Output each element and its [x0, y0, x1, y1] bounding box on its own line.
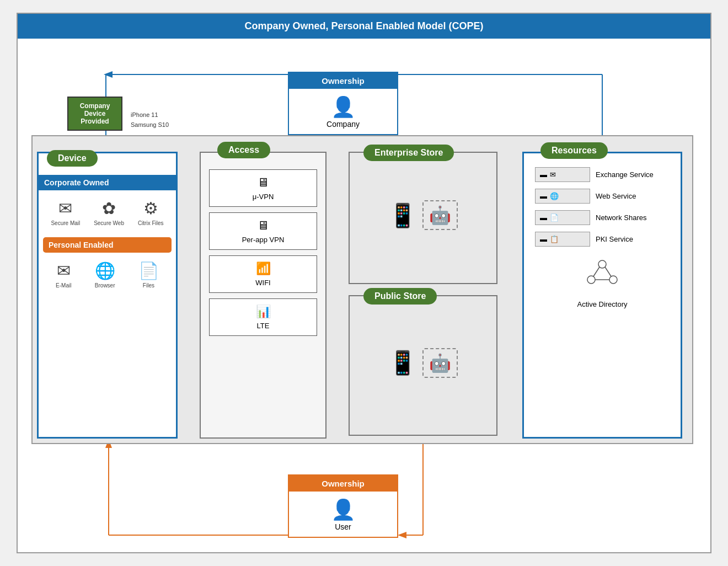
- resources-badge: Resources: [540, 142, 608, 159]
- wifi-icon: 📶: [256, 261, 271, 276]
- enterprise-store-box: Enterprise Store 📱 🤖: [349, 152, 497, 284]
- device-provided-box: Company Device Provided: [67, 97, 122, 131]
- android-icon: 🤖: [422, 200, 458, 230]
- device-examples: iPhone 11 Samsung S10: [131, 110, 169, 130]
- company-person-icon: 👤: [295, 97, 392, 117]
- ownership-user-header: Ownership: [289, 476, 397, 492]
- secure-mail-icon: ✉ Secure Mail: [51, 199, 80, 226]
- public-store-box: Public Store 📱 🤖: [349, 295, 497, 436]
- vpn-item: 🖥 μ-VPN: [209, 169, 317, 207]
- pki-label: PKI Service: [596, 235, 633, 243]
- device-example-1: iPhone 11: [131, 110, 169, 120]
- access-badge: Access: [217, 142, 270, 158]
- resource-items: ▬ ✉ Exchange Service ▬ 🌐 Web Service ▬: [524, 159, 681, 317]
- title-bar: Company Owned, Personal Enabled Model (C…: [18, 14, 710, 39]
- email-icon: ✉ E-Mail: [56, 261, 71, 289]
- network-shares-item: ▬ 📄 Network Shares: [535, 210, 670, 225]
- access-box: Access 🖥 μ-VPN 🖥 Per-app VPN 📶 WIFI 📊: [200, 152, 326, 439]
- user-label: User: [295, 522, 392, 531]
- secure-web-icon: ✿ Secure Web: [94, 199, 124, 226]
- title-text: Company Owned, Personal Enabled Model (C…: [244, 20, 483, 31]
- company-label: Company: [295, 120, 392, 129]
- network-shares-label: Network Shares: [596, 213, 646, 222]
- ownership-company-body: 👤 Company: [289, 89, 397, 134]
- wifi-item: 📶 WIFI: [209, 255, 317, 293]
- corporate-owned-bar: Corporate Owned: [39, 175, 176, 190]
- access-items: 🖥 μ-VPN 🖥 Per-app VPN 📶 WIFI 📊 LTE: [201, 158, 325, 347]
- ownership-user-box: Ownership 👤 User: [288, 474, 398, 538]
- enterprise-store-icons: 📱 🤖: [350, 164, 496, 266]
- public-store-badge: Public Store: [363, 288, 437, 305]
- device-box: Device Corporate Owned ✉ Secure Mail ✿ S…: [37, 152, 178, 439]
- device-badge: Device: [47, 150, 98, 167]
- globe-icon: 🌐: [550, 192, 559, 200]
- personal-enabled-bar: Personal Enabled: [43, 237, 172, 253]
- active-directory-item: Active Directory: [535, 259, 670, 308]
- exchange-icon-box: ▬ ✉: [535, 167, 590, 182]
- svg-line-19: [593, 267, 599, 276]
- server-icon: ▬: [540, 170, 547, 179]
- cert-icon: 📋: [550, 235, 559, 243]
- exchange-service-item: ▬ ✉ Exchange Service: [535, 167, 670, 182]
- ad-label: Active Directory: [577, 300, 627, 308]
- network-icon-box: ▬ 📄: [535, 210, 590, 225]
- web-icon-box: ▬ 🌐: [535, 189, 590, 204]
- diagram-wrapper: Company Owned, Personal Enabled Model (C…: [17, 13, 711, 553]
- android-public-icon: 🤖: [422, 348, 458, 378]
- per-app-vpn-icon: 🖥: [257, 218, 269, 233]
- svg-point-18: [609, 276, 617, 284]
- ownership-company-header: Ownership: [289, 73, 397, 89]
- server4-icon: ▬: [540, 235, 547, 243]
- exchange-label: Exchange Service: [596, 170, 654, 179]
- browser-icon: 🌐 Browser: [95, 261, 115, 289]
- lte-icon: 📊: [256, 305, 271, 319]
- ad-graph-icon: [586, 259, 619, 291]
- device-provided-label: Company Device Provided: [80, 102, 110, 125]
- personal-apps-row: ✉ E-Mail 🌐 Browser 📄 Files: [39, 253, 176, 297]
- pki-icon-box: ▬ 📋: [535, 232, 590, 247]
- public-store-icons: 📱 🤖: [350, 307, 496, 418]
- ios-public-icon: 📱: [388, 349, 417, 376]
- svg-point-16: [598, 260, 606, 268]
- ownership-user-body: 👤 User: [289, 492, 397, 537]
- svg-line-20: [605, 267, 611, 276]
- server3-icon: ▬: [540, 213, 547, 222]
- web-service-label: Web Service: [596, 192, 636, 200]
- lte-item: 📊 LTE: [209, 298, 317, 336]
- email-icon-res: ✉: [550, 170, 556, 179]
- ownership-company-box: Ownership 👤 Company: [288, 72, 398, 135]
- per-app-vpn-item: 🖥 Per-app VPN: [209, 212, 317, 250]
- user-person-icon: 👤: [295, 500, 392, 520]
- enterprise-store-badge: Enterprise Store: [363, 145, 454, 161]
- svg-point-17: [587, 276, 595, 284]
- web-service-item: ▬ 🌐 Web Service: [535, 189, 670, 204]
- citrix-files-icon: ⚙ Citrix Files: [138, 199, 164, 226]
- ios-icon: 📱: [388, 202, 417, 229]
- pki-service-item: ▬ 📋 PKI Service: [535, 232, 670, 247]
- resources-box: Resources ▬ ✉ Exchange Service ▬ 🌐 We: [522, 152, 682, 439]
- vpn-icon: 🖥: [257, 175, 269, 190]
- corp-apps-row: ✉ Secure Mail ✿ Secure Web ⚙ Citrix File…: [39, 190, 176, 234]
- server2-icon: ▬: [540, 192, 547, 200]
- doc-icon: 📄: [550, 213, 559, 222]
- files-icon: 📄 Files: [138, 261, 159, 289]
- device-example-2: Samsung S10: [131, 120, 169, 130]
- main-area: Ownership 👤 Company Company Device Provi…: [18, 39, 710, 546]
